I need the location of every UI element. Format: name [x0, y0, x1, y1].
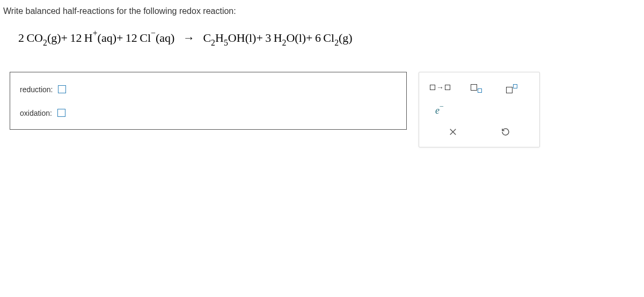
electron-minus-icon: −: [440, 102, 444, 111]
clear-button[interactable]: [440, 127, 466, 139]
symbol-palette: → e−: [419, 72, 540, 147]
square-icon: [445, 85, 450, 90]
reduction-input[interactable]: [58, 85, 66, 93]
oxidation-label: oxidation:: [20, 109, 52, 117]
palette-controls: [427, 127, 532, 139]
lhs-plus2: +: [116, 31, 123, 44]
work-area: reduction: oxidation: →: [0, 63, 644, 147]
superscript-button[interactable]: [502, 80, 521, 95]
oxidation-row: oxidation:: [20, 109, 397, 117]
lhs-term3-state: (aq): [156, 31, 174, 44]
rhs-term1-oh: OH: [228, 31, 245, 44]
rhs-term3-state: (g): [339, 31, 353, 44]
palette-row-1: →: [427, 80, 532, 95]
small-square-icon: [513, 84, 517, 88]
rhs-term3-sub: 2: [334, 38, 339, 47]
question-prompt: Write balanced half-reactions for the fo…: [0, 0, 644, 20]
reduction-label: reduction:: [20, 85, 53, 94]
rhs-term2-state: (l): [295, 31, 306, 44]
rhs-plus1: +: [256, 31, 262, 44]
rhs-plus2: +: [306, 31, 312, 44]
rhs-term2-sub: 2: [282, 38, 287, 47]
small-square-icon: [478, 88, 482, 93]
square-icon: [430, 85, 435, 90]
yields-arrow-button[interactable]: →: [430, 80, 450, 95]
rhs-term1-h: H: [215, 31, 224, 44]
answer-box: reduction: oxidation:: [10, 72, 407, 130]
reduction-row: reduction:: [20, 85, 397, 94]
square-icon: [471, 84, 477, 91]
rhs-term1-state: (l): [245, 31, 257, 44]
undo-icon: [501, 127, 510, 137]
rhs-term1-sub2: 5: [224, 38, 228, 47]
rhs-term3-cl: Cl: [323, 31, 334, 44]
subscript-button[interactable]: [466, 80, 486, 95]
lhs-term1-sub: 2: [43, 38, 47, 47]
lhs-term3-charge: −: [151, 28, 156, 38]
electron-e: e: [435, 105, 440, 116]
lhs-plus1: +: [61, 31, 68, 44]
redox-equation: 2 CO2(g)+ 12 H+(aq)+ 12 Cl−(aq) → C2H5OH…: [0, 20, 644, 63]
oxidation-input[interactable]: [57, 109, 65, 117]
rhs-term2-h: H: [274, 31, 282, 44]
lhs-term3-coef: 12: [126, 31, 137, 44]
lhs-term2-coef: 12: [70, 31, 82, 44]
rhs-term3-coef: 6: [315, 31, 321, 44]
reset-button[interactable]: [492, 127, 519, 139]
lhs-term1-state: (g): [47, 31, 61, 44]
lhs-term1-coef: 2: [18, 31, 24, 44]
close-icon: [448, 127, 458, 137]
rhs-term1-c: C: [203, 31, 211, 44]
rhs-term1-sub1: 2: [211, 38, 215, 47]
lhs-term1-base: CO: [26, 31, 43, 44]
lhs-term2-h: H: [84, 31, 93, 44]
reaction-arrow: →: [183, 31, 195, 44]
lhs-term3-cl: Cl: [140, 31, 151, 44]
square-icon: [506, 87, 513, 93]
arrow-icon: →: [436, 83, 444, 92]
electron-button[interactable]: e−: [430, 103, 449, 118]
rhs-term2-o: O: [286, 31, 295, 44]
palette-row-2: e−: [427, 103, 532, 118]
lhs-term2-charge: +: [93, 28, 98, 38]
rhs-term2-coef: 3: [265, 31, 271, 44]
lhs-term2-state: (aq): [98, 31, 116, 44]
